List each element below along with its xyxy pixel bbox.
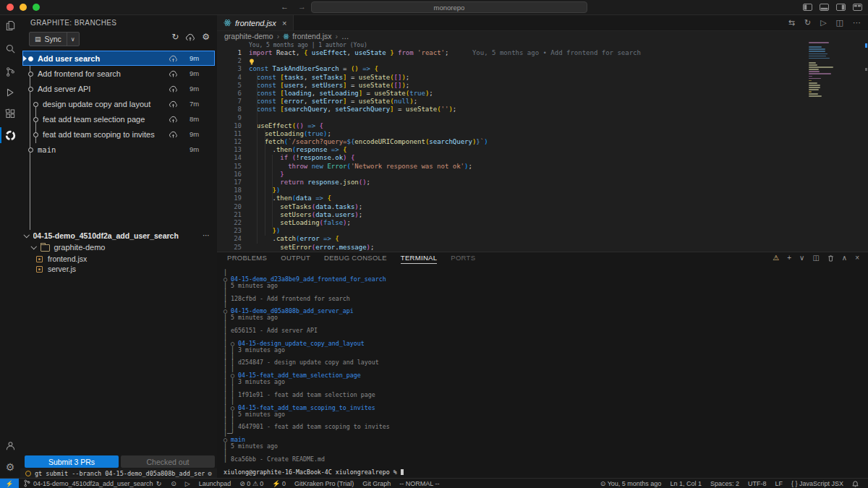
- panel-action-icon[interactable]: +: [787, 254, 791, 262]
- panel-action-icon[interactable]: ∨: [799, 254, 804, 262]
- breadcrumb-item[interactable]: …: [341, 32, 349, 40]
- command-center[interactable]: monorepo: [311, 1, 587, 13]
- code-line[interactable]: 3const TaskAndUserSearch = () => {: [217, 65, 835, 73]
- code-line[interactable]: 10 useEffect(() => {: [217, 122, 835, 130]
- notification-gear-icon[interactable]: ⚙: [208, 470, 212, 477]
- code-line[interactable]: 12 fetch(`/search?query=${encodeURICompo…: [217, 138, 835, 146]
- progress-notification[interactable]: gt submit --branch 04-15-demo_d05a808b_a…: [20, 468, 217, 479]
- cloud-upload-icon[interactable]: [169, 116, 180, 123]
- code-line[interactable]: 9: [217, 114, 835, 122]
- settings-gear-icon[interactable]: ⚙: [0, 458, 20, 476]
- code-line[interactable]: 11 setLoading(true);: [217, 130, 835, 138]
- file-row[interactable]: server.js: [36, 264, 217, 274]
- submit-prs-button[interactable]: Submit 3 PRs: [25, 455, 119, 468]
- code-line[interactable]: 25 setError(error.message);: [217, 244, 835, 252]
- code-area[interactable]: You, 5 months ago | 1 author (You) 1impo…: [217, 42, 835, 252]
- code-line[interactable]: 22 setLoading(false);: [217, 219, 835, 227]
- tab-frontend-jsx[interactable]: frontend.jsx ×: [217, 14, 294, 30]
- codelens-annotation[interactable]: You, 5 months ago | 1 author (You): [217, 42, 835, 49]
- zoom-window-button[interactable]: [33, 4, 40, 11]
- code-line[interactable]: 7 const [error, setError] = useState(nul…: [217, 98, 835, 106]
- more-actions-icon[interactable]: ⋯: [203, 231, 213, 239]
- checked-out-button[interactable]: Checked out: [121, 455, 215, 468]
- status-item[interactable]: ⊙ You, 5 months ago: [596, 480, 666, 487]
- minimap[interactable]: [809, 42, 842, 111]
- panel-tab-output[interactable]: OUTPUT: [281, 252, 310, 264]
- branch-row[interactable]: feat add team scoping to invites9m: [22, 127, 215, 142]
- cloud-upload-icon[interactable]: [169, 85, 180, 93]
- branch-row[interactable]: Add user search9m: [22, 51, 215, 66]
- code-line[interactable]: 5 const [users, setUsers] = useState([])…: [217, 82, 835, 90]
- trash-icon[interactable]: [827, 254, 834, 262]
- breadcrumb-item[interactable]: frontend.jsx: [283, 32, 331, 40]
- panel-action-icon[interactable]: ∧: [842, 254, 847, 262]
- panel-tab-problems[interactable]: PROBLEMS: [227, 252, 267, 264]
- history-back-icon[interactable]: ←: [281, 2, 289, 11]
- close-tab-icon[interactable]: ×: [282, 19, 286, 27]
- code-line[interactable]: 6 const [loading, setLoading] = useState…: [217, 90, 835, 98]
- toggle-panel-icon[interactable]: [820, 4, 829, 11]
- gear-icon[interactable]: ⚙: [202, 33, 210, 41]
- panel-tab-debug-console[interactable]: DEBUG CONSOLE: [324, 252, 387, 264]
- accounts-icon[interactable]: [0, 437, 20, 454]
- code-line[interactable]: 1import React, { useEffect, useState } f…: [217, 49, 835, 57]
- branch-row[interactable]: Add server API9m: [22, 81, 215, 96]
- status-item[interactable]: { } JavaScript JSX: [787, 480, 848, 487]
- editor-action-icon[interactable]: ⇆: [788, 18, 795, 27]
- editor-action-icon[interactable]: ↻: [804, 18, 811, 27]
- code-line[interactable]: 24 .catch(error => {: [217, 235, 835, 243]
- sync-dropdown-chevron-icon[interactable]: ∨: [67, 33, 79, 46]
- code-line[interactable]: 14 if (!response.ok) {: [217, 154, 835, 162]
- code-line[interactable]: 19 .then(data => {: [217, 194, 835, 202]
- explorer-icon[interactable]: [0, 17, 20, 34]
- file-row[interactable]: frontend.jsx: [36, 254, 217, 264]
- breadcrumb-item[interactable]: graphite-demo: [224, 32, 273, 40]
- source-control-icon[interactable]: [0, 63, 20, 80]
- code-line[interactable]: 17 return response.json();: [217, 179, 835, 187]
- status-item[interactable]: UTF-8: [744, 480, 771, 487]
- toggle-sidebar-icon[interactable]: [803, 4, 812, 11]
- run-debug-icon[interactable]: [0, 84, 20, 101]
- editor-action-icon[interactable]: ◫: [836, 18, 843, 27]
- remote-indicator[interactable]: ⚡: [0, 479, 19, 488]
- terminal-output[interactable]: │○ 04-15-demo_d23a8be9_add_frontend_for_…: [224, 270, 864, 479]
- cloud-upload-icon[interactable]: [169, 55, 180, 62]
- lightbulb-icon[interactable]: [249, 59, 255, 65]
- panel-action-icon[interactable]: ◫: [812, 254, 819, 262]
- code-line[interactable]: 23 }): [217, 227, 835, 235]
- panel-tab-terminal[interactable]: TERMINAL: [401, 252, 437, 264]
- status-item[interactable]: Launchpad: [195, 480, 236, 487]
- branch-row[interactable]: design update copy and layout7m: [22, 96, 215, 111]
- code-line[interactable]: 15 throw new Error('Network response was…: [217, 163, 835, 171]
- branch-row[interactable]: feat add team selection page8m: [22, 111, 215, 127]
- customize-layout-icon[interactable]: [853, 4, 862, 11]
- status-item[interactable]: Spaces: 2: [706, 480, 744, 487]
- panel-action-icon[interactable]: ×: [855, 254, 859, 262]
- code-line[interactable]: 20 setTasks(data.tasks);: [217, 203, 835, 211]
- bell-icon[interactable]: [848, 480, 863, 487]
- code-line[interactable]: 18 }): [217, 187, 835, 194]
- status-item[interactable]: LF: [770, 480, 787, 487]
- chevron-down-icon[interactable]: [24, 232, 30, 238]
- cloud-upload-icon[interactable]: [169, 100, 180, 108]
- history-forward-icon[interactable]: →: [298, 2, 306, 11]
- terminal-prompt[interactable]: xiulong@graphite-16-MacBook-4C xiulongre…: [224, 469, 864, 476]
- code-line[interactable]: 13 .then(response => {: [217, 146, 835, 154]
- minimize-window-button[interactable]: [20, 4, 27, 11]
- search-icon[interactable]: [0, 40, 20, 57]
- editor-action-icon[interactable]: ▷: [820, 18, 826, 27]
- status-item[interactable]: ⊘ 0 ⚠ 0: [235, 480, 268, 487]
- close-window-button[interactable]: [7, 4, 14, 11]
- folder-row[interactable]: graphite-demo: [32, 242, 105, 252]
- code-line[interactable]: 4 const [tasks, setTasks] = useState([])…: [217, 74, 835, 82]
- branch-row[interactable]: Add frontend for search9m: [22, 66, 215, 81]
- terminal-warning-icon[interactable]: ⚠: [773, 254, 779, 262]
- graphite-icon[interactable]: [0, 127, 20, 144]
- cloud-upload-icon[interactable]: [169, 70, 180, 77]
- code-line[interactable]: 2: [217, 57, 835, 65]
- editor-action-icon[interactable]: ⋯: [853, 18, 861, 27]
- status-item[interactable]: ▷: [181, 480, 195, 487]
- toggle-secondary-sidebar-icon[interactable]: [836, 4, 846, 11]
- extensions-icon[interactable]: [0, 105, 20, 122]
- code-line[interactable]: 21 setUsers(data.users);: [217, 211, 835, 219]
